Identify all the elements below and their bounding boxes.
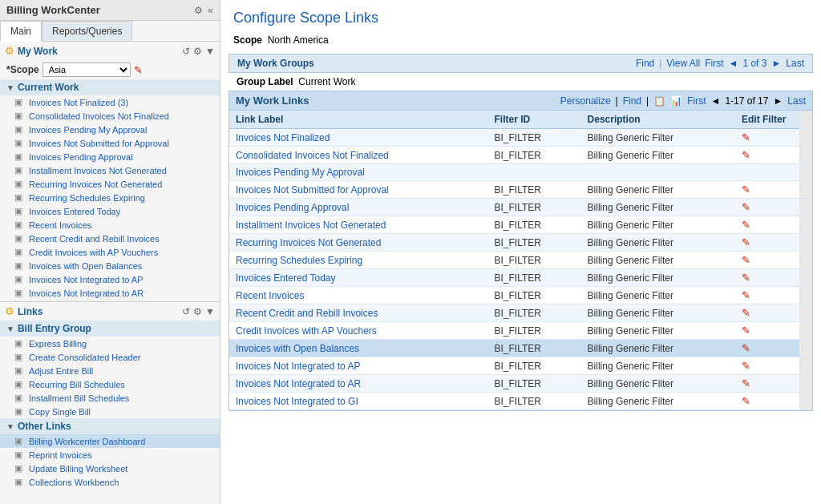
links-settings-icon[interactable]: ⚙	[193, 306, 202, 317]
collapse-icon[interactable]: «	[208, 5, 213, 16]
list-item[interactable]: ▣ Invoices Not Finalized (3)	[0, 95, 220, 109]
edit-filter-icon[interactable]: ✎	[742, 272, 750, 284]
export-icon[interactable]: 📋	[653, 95, 665, 107]
table-scroll: Link Label Filter ID Description Edit Fi…	[229, 111, 812, 410]
edit-filter-icon[interactable]: ✎	[742, 183, 750, 196]
edit-filter-icon[interactable]: ✎	[742, 377, 750, 389]
chevron-icon[interactable]: ▼	[205, 46, 215, 57]
bill-entry-group-header[interactable]: ▼ Bill Entry Group	[0, 321, 220, 337]
cell-description: Billing Generic Filter	[581, 393, 735, 410]
list-item[interactable]: ▣ Invoices Not Submitted for Approval	[0, 136, 220, 150]
list-item[interactable]: ▣ Consolidated Invoices Not Finalized	[0, 109, 220, 123]
edit-filter-icon[interactable]: ✎	[742, 236, 750, 248]
list-item[interactable]: ▣ Copy Single Bill	[0, 405, 220, 418]
cell-link-label[interactable]: Recent Credit and Rebill Invoices	[229, 304, 487, 322]
table-prev-icon[interactable]: ◄	[710, 95, 720, 107]
edit-filter-icon[interactable]: ✎	[742, 360, 750, 372]
nav-view-all-link[interactable]: View All	[666, 58, 700, 69]
table-last[interactable]: Last	[787, 95, 806, 107]
list-item[interactable]: ▣ Invoices Not Integrated to AP	[0, 272, 220, 286]
list-item[interactable]: ▣ Invoices Not Integrated to AR	[0, 286, 220, 300]
edit-filter-icon[interactable]: ✎	[742, 201, 750, 213]
cell-link-label[interactable]: Invoices Not Integrated to AR	[229, 375, 487, 393]
sidebar-tabs: Main Reports/Queries	[0, 21, 220, 42]
cell-link-label[interactable]: Invoices Entered Today	[229, 269, 487, 287]
list-item[interactable]: ▣ Adjust Entire Bill	[0, 364, 220, 377]
cell-edit: ✎	[735, 181, 799, 199]
refresh-icon[interactable]: ↺	[182, 46, 190, 57]
nav-first[interactable]: First	[705, 58, 723, 69]
list-item[interactable]: ▣ Recurring Bill Schedules	[0, 377, 220, 391]
edit-filter-icon[interactable]: ✎	[742, 131, 750, 143]
tab-reports[interactable]: Reports/Queries	[42, 21, 132, 41]
cell-link-label[interactable]: Invoices Pending My Approval	[229, 164, 487, 181]
edit-filter-icon[interactable]: ✎	[742, 307, 750, 319]
edit-filter-icon[interactable]: ✎	[742, 395, 750, 407]
cell-link-label[interactable]: Recurring Invoices Not Generated	[229, 234, 487, 252]
list-item[interactable]: ▣ Invoices Pending My Approval	[0, 123, 220, 136]
nav-last[interactable]: Last	[786, 58, 804, 69]
table-next-icon[interactable]: ►	[773, 95, 783, 107]
next-page-icon[interactable]: ►	[771, 58, 781, 69]
find-link[interactable]: Find	[623, 95, 641, 107]
page-title: Configure Scope Links	[220, 0, 821, 31]
item-label: Recent Credit and Rebill Invoices	[29, 234, 160, 244]
list-item[interactable]: ▣ Recurring Invoices Not Generated	[0, 177, 220, 191]
main-content: Configure Scope Links Scope North Americ…	[220, 0, 821, 504]
list-item[interactable]: ▣ Invoices Pending Approval	[0, 150, 220, 163]
nav-find-link[interactable]: Find	[636, 58, 654, 69]
cell-link-label[interactable]: Installment Invoices Not Generated	[229, 216, 487, 234]
cell-link-label[interactable]: Consolidated Invoices Not Finalized	[229, 147, 487, 164]
cell-link-label[interactable]: Invoices Not Finalized	[229, 129, 487, 147]
links-refresh-icon[interactable]: ↺	[182, 306, 190, 317]
settings-icon[interactable]: ⚙	[194, 5, 203, 16]
scope-select[interactable]: Asia North America Europe	[42, 62, 131, 77]
cell-link-label[interactable]: Invoices Pending Approval	[229, 199, 487, 216]
list-item[interactable]: ▣ Installment Invoices Not Generated	[0, 163, 220, 177]
item-label: Credit Invoices with AP Vouchers	[29, 248, 158, 257]
list-item[interactable]: ▣ Recent Invoices	[0, 218, 220, 232]
current-work-label: Current Work	[18, 82, 79, 93]
cell-link-label[interactable]: Recent Invoices	[229, 287, 487, 304]
prev-page-icon[interactable]: ◄	[729, 58, 738, 69]
cell-link-label[interactable]: Invoices Not Integrated to AP	[229, 357, 487, 375]
list-item[interactable]: ▣ Credit Invoices with AP Vouchers	[0, 245, 220, 259]
edit-filter-icon[interactable]: ✎	[742, 219, 750, 231]
col-description: Description	[581, 111, 735, 129]
list-item[interactable]: ▣ Recurring Schedules Expiring	[0, 191, 220, 204]
table-first[interactable]: First	[687, 95, 706, 107]
list-item[interactable]: ▣ Reprint Invoices	[0, 448, 220, 462]
item-icon: ▣	[14, 406, 26, 417]
scrollbar-cell	[799, 199, 812, 216]
cell-link-label[interactable]: Credit Invoices with AP Vouchers	[229, 322, 487, 340]
chart-icon[interactable]: 📊	[670, 95, 682, 107]
edit-filter-icon[interactable]: ✎	[742, 149, 750, 161]
list-item[interactable]: ▣ Collections Workbench	[0, 475, 220, 489]
item-label: Invoices Not Submitted for Approval	[29, 139, 169, 148]
list-item[interactable]: ▣ Recent Credit and Rebill Invoices	[0, 232, 220, 245]
links-chevron-icon[interactable]: ▼	[205, 306, 215, 317]
edit-filter-icon[interactable]: ✎	[742, 254, 750, 266]
cell-link-label[interactable]: Recurring Schedules Expiring	[229, 252, 487, 269]
other-links-group-header[interactable]: ▼ Other Links	[0, 418, 220, 434]
edit-filter-icon[interactable]: ✎	[742, 289, 750, 301]
list-item[interactable]: ▣ Billing Workcenter Dashboard	[0, 434, 220, 448]
tab-main[interactable]: Main	[0, 21, 42, 42]
edit-filter-icon[interactable]: ✎	[742, 325, 750, 337]
cell-link-label[interactable]: Invoices with Open Balances	[229, 340, 487, 357]
settings2-icon[interactable]: ⚙	[193, 46, 202, 57]
edit-filter-icon[interactable]: ✎	[742, 342, 750, 354]
list-item[interactable]: ▣ Update Billing Worksheet	[0, 462, 220, 475]
list-item[interactable]: ▣ Installment Bill Schedules	[0, 391, 220, 405]
item-label: Invoices Entered Today	[29, 207, 120, 216]
cell-link-label[interactable]: Invoices Not Integrated to GI	[229, 393, 487, 410]
cell-link-label[interactable]: Invoices Not Submitted for Approval	[229, 181, 487, 199]
scope-edit-icon[interactable]: ✎	[134, 64, 143, 76]
list-item[interactable]: ▣ Create Consolidated Header	[0, 350, 220, 364]
list-item[interactable]: ▣ Express Billing	[0, 337, 220, 350]
cell-filter-id: BI_FILTER	[487, 129, 580, 147]
list-item[interactable]: ▣ Invoices Entered Today	[0, 204, 220, 218]
current-work-group-header[interactable]: ▼ Current Work	[0, 79, 220, 95]
list-item[interactable]: ▣ Invoices with Open Balances	[0, 259, 220, 272]
personalize-link[interactable]: Personalize	[560, 95, 611, 107]
